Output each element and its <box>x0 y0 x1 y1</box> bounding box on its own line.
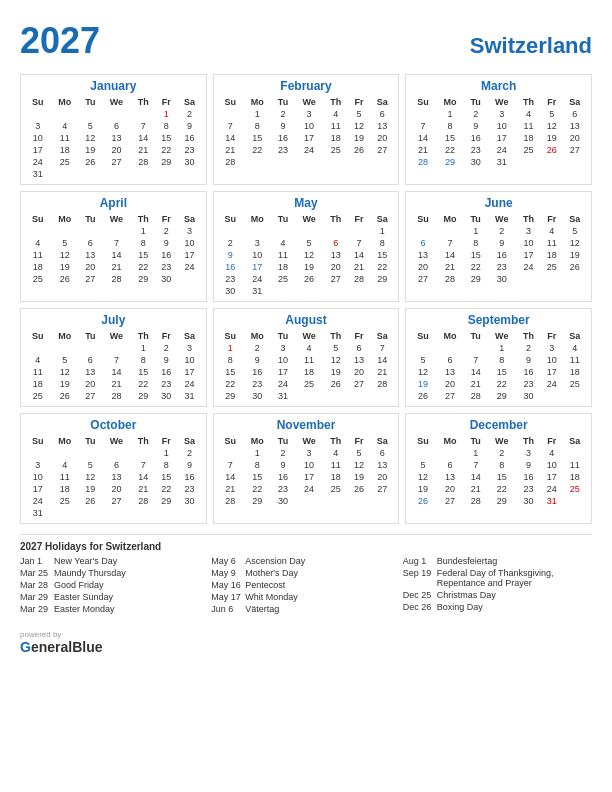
cal-day: 23 <box>218 273 243 285</box>
cal-day: 15 <box>436 132 465 144</box>
table-row: 31 <box>25 507 202 519</box>
cal-day: 21 <box>348 261 370 273</box>
cal-day: 25 <box>563 378 587 390</box>
cal-day: 1 <box>243 447 272 459</box>
cal-day: 12 <box>79 132 102 144</box>
holiday-name: Good Friday <box>54 580 104 590</box>
cal-day <box>102 507 131 519</box>
holiday-date: Dec 25 <box>403 590 433 600</box>
cal-day: 28 <box>464 495 487 507</box>
cal-day: 28 <box>464 390 487 402</box>
cal-day: 19 <box>50 378 79 390</box>
brand-g: G <box>20 639 31 655</box>
cal-day: 12 <box>50 366 79 378</box>
day-header-th: Th <box>131 213 155 225</box>
cal-day: 26 <box>410 390 435 402</box>
cal-day <box>370 156 394 168</box>
holiday-name: Whit Monday <box>245 592 298 602</box>
cal-day: 18 <box>25 261 50 273</box>
cal-day: 6 <box>436 354 465 366</box>
table-row: 2627282930 <box>410 390 587 402</box>
cal-day: 2 <box>155 225 177 237</box>
cal-day: 28 <box>102 390 131 402</box>
cal-day: 7 <box>131 120 155 132</box>
day-header-fr: Fr <box>155 213 177 225</box>
cal-day: 20 <box>436 483 465 495</box>
holiday-name: Christmas Day <box>437 590 496 600</box>
table-row: 19202122232425 <box>410 483 587 495</box>
cal-day: 3 <box>294 447 323 459</box>
cal-day: 20 <box>79 261 102 273</box>
cal-day <box>243 225 272 237</box>
month-title-june: June <box>410 196 587 210</box>
cal-day <box>324 285 348 297</box>
table-row: 78910111213 <box>410 120 587 132</box>
day-header-su: Su <box>218 435 243 447</box>
day-header-we: We <box>102 330 131 342</box>
cal-day: 23 <box>272 144 295 156</box>
cal-day: 21 <box>410 144 435 156</box>
month-title-april: April <box>25 196 202 210</box>
cal-day: 2 <box>487 447 516 459</box>
cal-day: 29 <box>436 156 465 168</box>
day-header-su: Su <box>25 96 50 108</box>
cal-day: 16 <box>464 132 487 144</box>
cal-table-august: SuMoTuWeThFrSa12345678910111213141516171… <box>218 330 395 402</box>
cal-day: 29 <box>370 273 394 285</box>
table-row: 262728293031 <box>410 495 587 507</box>
cal-day: 2 <box>177 447 201 459</box>
cal-day: 24 <box>516 261 540 273</box>
table-row: 14151617181920 <box>218 132 395 144</box>
day-header-tu: Tu <box>79 96 102 108</box>
cal-day: 4 <box>324 108 348 120</box>
cal-day: 19 <box>294 261 323 273</box>
cal-day: 13 <box>102 471 131 483</box>
day-header-su: Su <box>218 213 243 225</box>
cal-day: 7 <box>370 342 394 354</box>
cal-day: 22 <box>155 483 177 495</box>
cal-day: 14 <box>464 366 487 378</box>
cal-day: 13 <box>370 459 394 471</box>
table-row: 567891011 <box>410 354 587 366</box>
cal-day: 11 <box>563 354 587 366</box>
cal-day: 31 <box>541 495 563 507</box>
cal-day <box>50 342 79 354</box>
cal-day: 8 <box>487 459 516 471</box>
holiday-item: Mar 29Easter Sunday <box>20 592 209 602</box>
cal-day: 21 <box>436 261 465 273</box>
cal-day: 14 <box>218 471 243 483</box>
cal-day: 23 <box>155 378 177 390</box>
cal-day: 30 <box>464 156 487 168</box>
cal-day <box>563 495 587 507</box>
cal-day <box>25 108 50 120</box>
cal-day: 12 <box>348 459 370 471</box>
cal-day: 1 <box>218 342 243 354</box>
cal-day: 29 <box>243 495 272 507</box>
cal-day <box>25 447 50 459</box>
day-header-mo: Mo <box>243 435 272 447</box>
day-header-mo: Mo <box>436 330 465 342</box>
cal-day: 7 <box>102 237 131 249</box>
cal-day <box>131 507 155 519</box>
cal-day: 24 <box>541 378 563 390</box>
holidays-col-3: Aug 1BundesfeiertagSep 19Federal Day of … <box>403 556 592 616</box>
table-row: 567891011 <box>410 459 587 471</box>
cal-day: 15 <box>155 132 177 144</box>
cal-day: 5 <box>50 237 79 249</box>
cal-day: 18 <box>563 366 587 378</box>
holiday-item: May 6Ascension Day <box>211 556 400 566</box>
cal-day: 10 <box>177 237 201 249</box>
cal-day: 10 <box>294 120 323 132</box>
holiday-name: Mother's Day <box>245 568 298 578</box>
cal-day: 26 <box>563 261 587 273</box>
cal-day: 13 <box>410 249 435 261</box>
month-title-december: December <box>410 418 587 432</box>
day-header-we: We <box>487 213 516 225</box>
cal-day <box>324 390 348 402</box>
day-header-tu: Tu <box>464 330 487 342</box>
month-title-march: March <box>410 79 587 93</box>
cal-day: 10 <box>177 354 201 366</box>
day-header-we: We <box>294 213 323 225</box>
day-header-th: Th <box>516 213 540 225</box>
holiday-item: Mar 29Easter Monday <box>20 604 209 614</box>
